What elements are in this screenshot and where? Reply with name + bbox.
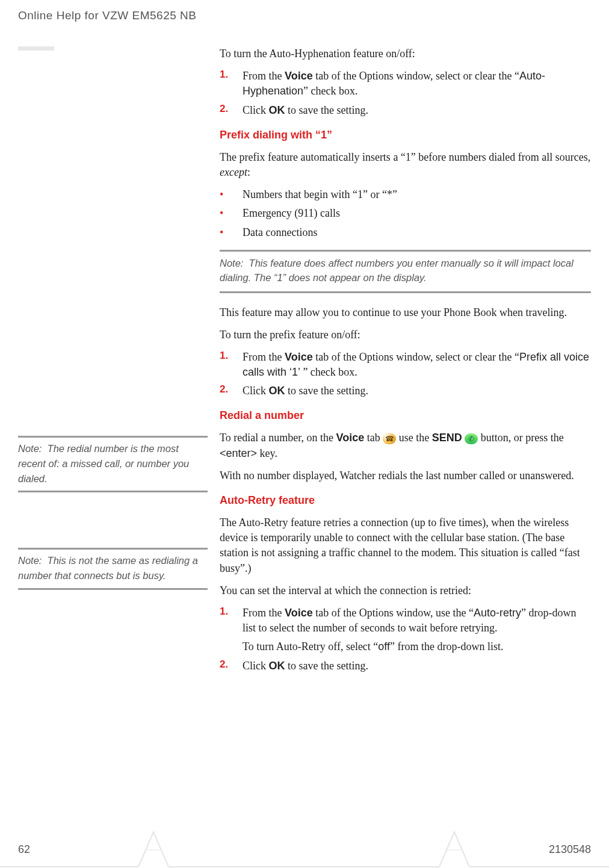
bullet-text: Numbers that begin with “1” or “*” xyxy=(243,187,397,202)
heading-autoretry: Auto-Retry feature xyxy=(220,494,591,507)
step-number: 1. xyxy=(220,69,243,99)
page-footer: 62 2130548 xyxy=(0,843,609,856)
running-header: Online Help for VZW EM5625 NB xyxy=(0,0,609,22)
step-number: 2. xyxy=(220,383,243,398)
page-number: 62 xyxy=(18,843,30,856)
list-item: •Data connections xyxy=(220,225,591,240)
step-subtext: To turn Auto-Retry off, select “off” fro… xyxy=(243,639,591,654)
list-item: •Emergency (911) calls xyxy=(220,206,591,221)
list-item: 1. From the Voice tab of the Options win… xyxy=(220,69,591,99)
list-item: 1. From the Voice tab of the Options win… xyxy=(220,606,591,636)
redial-p2: With no number displayed, Watcher redial… xyxy=(220,468,591,483)
prefix-bullets: •Numbers that begin with “1” or “*” •Eme… xyxy=(220,187,591,240)
step-text: From the Voice tab of the Options window… xyxy=(243,350,591,380)
margin-band xyxy=(18,46,54,51)
step-number: 2. xyxy=(220,103,243,118)
heading-prefix: Prefix dialing with “1” xyxy=(220,129,591,141)
prefix-p2: This feature may allow you to continue t… xyxy=(220,305,591,320)
page-body: Note: The redial number is the most rece… xyxy=(0,22,609,682)
autohyphen-steps: 1. From the Voice tab of the Options win… xyxy=(220,69,591,118)
voice-tab-icon: ☎ xyxy=(383,433,396,444)
doc-id: 2130548 xyxy=(549,843,591,856)
step-text: From the Voice tab of the Options window… xyxy=(243,606,591,636)
step-number: 1. xyxy=(220,350,243,380)
main-column: To turn the Auto-Hyphenation feature on/… xyxy=(220,46,591,682)
autoretry-p1: The Auto-Retry feature retries a connect… xyxy=(220,515,591,576)
redial-p1: To redial a number, on the Voice tab ☎ u… xyxy=(220,430,591,460)
sidebar: Note: The redial number is the most rece… xyxy=(18,46,220,682)
list-item: 2. Click OK to save the setting. xyxy=(220,383,591,398)
list-item: 1. From the Voice tab of the Options win… xyxy=(220,350,591,380)
bullet-text: Data connections xyxy=(243,225,317,240)
bullet-dot: • xyxy=(220,187,243,202)
step-text: Click OK to save the setting. xyxy=(243,383,591,398)
side-note-autoretry: Note: This is not the same as redialing … xyxy=(18,548,208,590)
autoretry-steps: 1. From the Voice tab of the Options win… xyxy=(220,606,591,674)
bullet-dot: • xyxy=(220,206,243,221)
prefix-steps: 1. From the Voice tab of the Options win… xyxy=(220,350,591,399)
prefix-note: Note: This feature does affect numbers y… xyxy=(220,250,591,293)
step-text: From the Voice tab of the Options window… xyxy=(243,69,591,99)
list-item: 2. Click OK to save the setting. xyxy=(220,103,591,118)
step-number: 1. xyxy=(220,606,243,636)
side-note-redial: Note: The redial number is the most rece… xyxy=(18,436,208,492)
bullet-text: Emergency (911) calls xyxy=(243,206,340,221)
autoretry-p2: You can set the interval at which the co… xyxy=(220,583,591,598)
heading-redial: Redial a number xyxy=(220,409,591,422)
step-text: Click OK to save the setting. xyxy=(243,659,591,674)
list-item: 2. Click OK to save the setting. xyxy=(220,659,591,674)
prefix-p3: To turn the prefix feature on/off: xyxy=(220,327,591,343)
prefix-p1: The prefix feature automatically inserts… xyxy=(220,150,591,180)
list-item: •Numbers that begin with “1” or “*” xyxy=(220,187,591,202)
step-text: Click OK to save the setting. xyxy=(243,103,591,118)
step-number: 2. xyxy=(220,659,243,674)
send-button-icon: ✆ xyxy=(465,433,478,444)
bullet-dot: • xyxy=(220,225,243,240)
autohyphen-intro: To turn the Auto-Hyphenation feature on/… xyxy=(220,46,591,61)
